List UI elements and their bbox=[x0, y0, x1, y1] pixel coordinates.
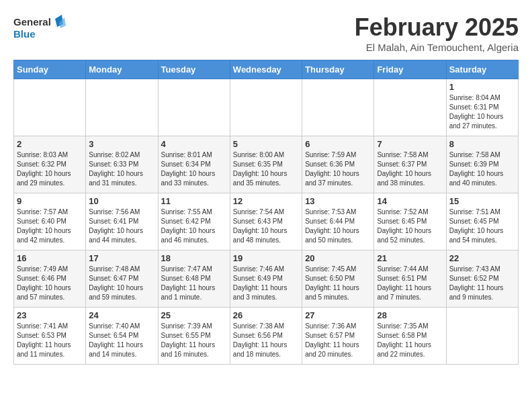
calendar-cell: 8Sunrise: 7:58 AM Sunset: 6:39 PM Daylig… bbox=[446, 136, 518, 193]
day-info: Sunrise: 7:41 AM Sunset: 6:53 PM Dayligh… bbox=[17, 322, 83, 359]
day-number: 28 bbox=[377, 310, 443, 320]
calendar-cell: 28Sunrise: 7:35 AM Sunset: 6:58 PM Dayli… bbox=[374, 308, 446, 365]
day-info: Sunrise: 7:36 AM Sunset: 6:57 PM Dayligh… bbox=[305, 322, 371, 359]
day-number: 18 bbox=[161, 253, 227, 263]
calendar-cell: 15Sunrise: 7:51 AM Sunset: 6:45 PM Dayli… bbox=[446, 193, 518, 250]
day-number: 9 bbox=[17, 196, 83, 206]
day-info: Sunrise: 7:44 AM Sunset: 6:51 PM Dayligh… bbox=[377, 265, 443, 302]
weekday-header-row: SundayMondayTuesdayWednesdayThursdayFrid… bbox=[14, 60, 519, 79]
calendar-cell: 18Sunrise: 7:47 AM Sunset: 6:48 PM Dayli… bbox=[158, 250, 230, 308]
logo-svg: General Blue bbox=[13, 13, 67, 44]
day-number: 6 bbox=[305, 139, 371, 149]
calendar-cell: 2Sunrise: 8:03 AM Sunset: 6:32 PM Daylig… bbox=[14, 136, 86, 193]
day-number: 23 bbox=[17, 310, 83, 320]
weekday-header-sunday: Sunday bbox=[14, 60, 86, 79]
day-info: Sunrise: 7:54 AM Sunset: 6:43 PM Dayligh… bbox=[233, 208, 299, 245]
day-number: 20 bbox=[305, 253, 371, 263]
calendar-cell: 13Sunrise: 7:53 AM Sunset: 6:44 PM Dayli… bbox=[302, 193, 374, 250]
day-info: Sunrise: 7:51 AM Sunset: 6:45 PM Dayligh… bbox=[449, 208, 515, 245]
day-info: Sunrise: 7:45 AM Sunset: 6:50 PM Dayligh… bbox=[305, 265, 371, 302]
header: General Blue February 2025 El Malah, Ain… bbox=[13, 13, 519, 53]
calendar-cell: 10Sunrise: 7:56 AM Sunset: 6:41 PM Dayli… bbox=[86, 193, 158, 250]
day-number: 22 bbox=[449, 253, 515, 263]
calendar-cell: 9Sunrise: 7:57 AM Sunset: 6:40 PM Daylig… bbox=[14, 193, 86, 250]
day-number: 4 bbox=[161, 139, 227, 149]
day-info: Sunrise: 7:46 AM Sunset: 6:49 PM Dayligh… bbox=[233, 265, 299, 302]
day-number: 3 bbox=[89, 139, 154, 149]
day-number: 11 bbox=[161, 196, 227, 206]
week-row-5: 23Sunrise: 7:41 AM Sunset: 6:53 PM Dayli… bbox=[14, 308, 519, 365]
calendar-cell: 3Sunrise: 8:02 AM Sunset: 6:33 PM Daylig… bbox=[86, 136, 158, 193]
day-number: 2 bbox=[17, 139, 83, 149]
day-number: 10 bbox=[89, 196, 154, 206]
calendar-cell: 17Sunrise: 7:48 AM Sunset: 6:47 PM Dayli… bbox=[86, 250, 158, 308]
calendar-cell: 1Sunrise: 8:04 AM Sunset: 6:31 PM Daylig… bbox=[446, 79, 518, 136]
svg-text:Blue: Blue bbox=[13, 28, 36, 40]
day-info: Sunrise: 7:49 AM Sunset: 6:46 PM Dayligh… bbox=[17, 265, 83, 302]
day-info: Sunrise: 7:58 AM Sunset: 6:37 PM Dayligh… bbox=[377, 150, 443, 188]
calendar-cell bbox=[86, 79, 158, 136]
day-number: 14 bbox=[377, 196, 443, 206]
calendar-cell: 7Sunrise: 7:58 AM Sunset: 6:37 PM Daylig… bbox=[374, 136, 446, 193]
weekday-header-monday: Monday bbox=[86, 60, 158, 79]
day-info: Sunrise: 7:55 AM Sunset: 6:42 PM Dayligh… bbox=[161, 208, 227, 245]
week-row-3: 9Sunrise: 7:57 AM Sunset: 6:40 PM Daylig… bbox=[14, 193, 519, 250]
day-info: Sunrise: 7:52 AM Sunset: 6:45 PM Dayligh… bbox=[377, 208, 443, 245]
calendar-cell: 23Sunrise: 7:41 AM Sunset: 6:53 PM Dayli… bbox=[14, 308, 86, 365]
day-info: Sunrise: 7:59 AM Sunset: 6:36 PM Dayligh… bbox=[305, 150, 371, 188]
weekday-header-wednesday: Wednesday bbox=[230, 60, 302, 79]
calendar-table: SundayMondayTuesdayWednesdayThursdayFrid… bbox=[13, 60, 519, 365]
calendar-cell bbox=[374, 79, 446, 136]
svg-text:General: General bbox=[13, 16, 51, 28]
day-number: 8 bbox=[449, 139, 515, 149]
calendar-cell bbox=[302, 79, 374, 136]
calendar-cell: 21Sunrise: 7:44 AM Sunset: 6:51 PM Dayli… bbox=[374, 250, 446, 308]
calendar-cell: 14Sunrise: 7:52 AM Sunset: 6:45 PM Dayli… bbox=[374, 193, 446, 250]
calendar-subtitle: El Malah, Ain Temouchent, Algeria bbox=[355, 42, 519, 53]
calendar-cell bbox=[230, 79, 302, 136]
day-info: Sunrise: 7:58 AM Sunset: 6:39 PM Dayligh… bbox=[449, 150, 515, 188]
day-info: Sunrise: 7:47 AM Sunset: 6:48 PM Dayligh… bbox=[161, 265, 227, 302]
day-info: Sunrise: 7:48 AM Sunset: 6:47 PM Dayligh… bbox=[89, 265, 154, 302]
week-row-4: 16Sunrise: 7:49 AM Sunset: 6:46 PM Dayli… bbox=[14, 250, 519, 308]
day-info: Sunrise: 7:39 AM Sunset: 6:55 PM Dayligh… bbox=[161, 322, 227, 359]
day-number: 16 bbox=[17, 253, 83, 263]
day-info: Sunrise: 8:00 AM Sunset: 6:35 PM Dayligh… bbox=[233, 150, 299, 188]
weekday-header-thursday: Thursday bbox=[302, 60, 374, 79]
calendar-cell: 11Sunrise: 7:55 AM Sunset: 6:42 PM Dayli… bbox=[158, 193, 230, 250]
day-info: Sunrise: 7:56 AM Sunset: 6:41 PM Dayligh… bbox=[89, 208, 154, 245]
weekday-header-friday: Friday bbox=[374, 60, 446, 79]
day-number: 5 bbox=[233, 139, 299, 149]
day-info: Sunrise: 7:57 AM Sunset: 6:40 PM Dayligh… bbox=[17, 208, 83, 245]
day-number: 19 bbox=[233, 253, 299, 263]
day-number: 26 bbox=[233, 310, 299, 320]
day-info: Sunrise: 8:03 AM Sunset: 6:32 PM Dayligh… bbox=[17, 150, 83, 188]
calendar-cell bbox=[446, 308, 518, 365]
day-info: Sunrise: 8:01 AM Sunset: 6:34 PM Dayligh… bbox=[161, 150, 227, 188]
day-info: Sunrise: 8:04 AM Sunset: 6:31 PM Dayligh… bbox=[449, 93, 515, 131]
calendar-cell: 6Sunrise: 7:59 AM Sunset: 6:36 PM Daylig… bbox=[302, 136, 374, 193]
calendar-cell: 12Sunrise: 7:54 AM Sunset: 6:43 PM Dayli… bbox=[230, 193, 302, 250]
day-number: 7 bbox=[377, 139, 443, 149]
calendar-cell: 19Sunrise: 7:46 AM Sunset: 6:49 PM Dayli… bbox=[230, 250, 302, 308]
weekday-header-saturday: Saturday bbox=[446, 60, 518, 79]
day-info: Sunrise: 7:38 AM Sunset: 6:56 PM Dayligh… bbox=[233, 322, 299, 359]
day-number: 27 bbox=[305, 310, 371, 320]
week-row-1: 1Sunrise: 8:04 AM Sunset: 6:31 PM Daylig… bbox=[14, 79, 519, 136]
logo: General Blue bbox=[13, 13, 67, 44]
day-info: Sunrise: 7:35 AM Sunset: 6:58 PM Dayligh… bbox=[377, 322, 443, 359]
day-info: Sunrise: 8:02 AM Sunset: 6:33 PM Dayligh… bbox=[89, 150, 154, 188]
day-number: 21 bbox=[377, 253, 443, 263]
calendar-cell: 22Sunrise: 7:43 AM Sunset: 6:52 PM Dayli… bbox=[446, 250, 518, 308]
calendar-cell: 4Sunrise: 8:01 AM Sunset: 6:34 PM Daylig… bbox=[158, 136, 230, 193]
day-info: Sunrise: 7:40 AM Sunset: 6:54 PM Dayligh… bbox=[89, 322, 154, 359]
calendar-cell: 5Sunrise: 8:00 AM Sunset: 6:35 PM Daylig… bbox=[230, 136, 302, 193]
day-info: Sunrise: 7:43 AM Sunset: 6:52 PM Dayligh… bbox=[449, 265, 515, 302]
calendar-cell: 26Sunrise: 7:38 AM Sunset: 6:56 PM Dayli… bbox=[230, 308, 302, 365]
calendar-cell: 20Sunrise: 7:45 AM Sunset: 6:50 PM Dayli… bbox=[302, 250, 374, 308]
day-number: 15 bbox=[449, 196, 515, 206]
day-number: 13 bbox=[305, 196, 371, 206]
day-number: 24 bbox=[89, 310, 154, 320]
day-number: 12 bbox=[233, 196, 299, 206]
weekday-header-tuesday: Tuesday bbox=[158, 60, 230, 79]
